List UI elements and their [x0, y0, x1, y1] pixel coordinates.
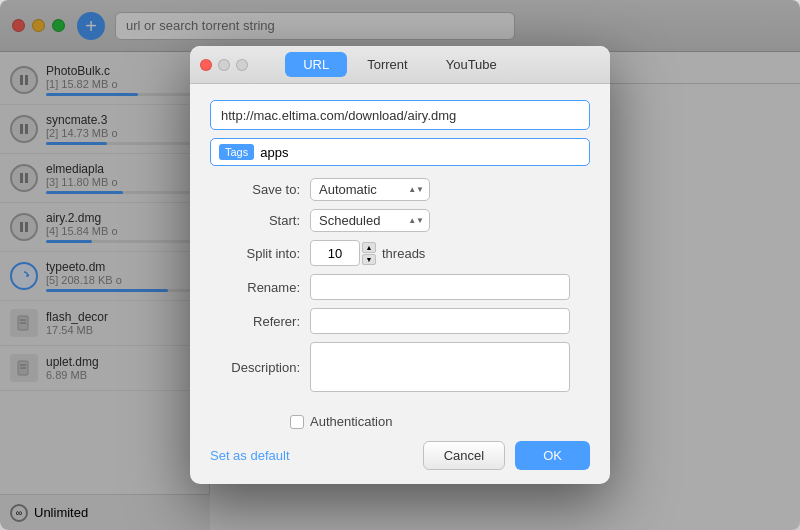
tags-input-row: Tags [210, 138, 590, 166]
start-label: Start: [210, 213, 300, 228]
auth-row: Authentication [290, 414, 610, 429]
tab-torrent[interactable]: Torrent [349, 52, 425, 77]
modal-dialog: URL Torrent YouTube Tags Save to: [190, 46, 610, 484]
footer-buttons: Cancel OK [423, 441, 590, 470]
auth-label: Authentication [310, 414, 392, 429]
auth-checkbox[interactable] [290, 415, 304, 429]
split-label: Split into: [210, 246, 300, 261]
modal-body: Tags Save to: Automatic Desktop Download… [190, 84, 610, 414]
save-to-row: Save to: Automatic Desktop Downloads ▲▼ [210, 178, 590, 201]
tags-badge: Tags [219, 144, 254, 160]
cancel-button[interactable]: Cancel [423, 441, 505, 470]
description-input[interactable] [310, 342, 570, 392]
stepper-down-button[interactable]: ▼ [362, 254, 376, 265]
start-row: Start: Scheduled Immediately Manually ▲▼ [210, 209, 590, 232]
referer-label: Referer: [210, 314, 300, 329]
threads-stepper: ▲ ▼ [362, 242, 376, 265]
tab-url[interactable]: URL [285, 52, 347, 77]
modal-overlay: URL Torrent YouTube Tags Save to: [0, 0, 800, 530]
rename-input[interactable] [310, 274, 570, 300]
save-to-select-wrapper: Automatic Desktop Downloads ▲▼ [310, 178, 430, 201]
modal-close-button[interactable] [200, 59, 212, 71]
save-to-label: Save to: [210, 182, 300, 197]
referer-row: Referer: [210, 308, 590, 334]
modal-traffic-lights [200, 59, 248, 71]
split-input[interactable] [310, 240, 360, 266]
description-row: Description: [210, 342, 590, 392]
stepper-up-button[interactable]: ▲ [362, 242, 376, 253]
modal-titlebar: URL Torrent YouTube [190, 46, 610, 84]
modal-maximize-button [236, 59, 248, 71]
split-row: Split into: ▲ ▼ threads [210, 240, 590, 266]
save-to-select[interactable]: Automatic Desktop Downloads [310, 178, 430, 201]
modal-minimize-button [218, 59, 230, 71]
url-input[interactable] [210, 100, 590, 130]
ok-button[interactable]: OK [515, 441, 590, 470]
threads-label: threads [382, 246, 425, 261]
description-label: Description: [210, 360, 300, 375]
rename-row: Rename: [210, 274, 590, 300]
tags-text-input[interactable] [260, 145, 581, 160]
tab-youtube[interactable]: YouTube [428, 52, 515, 77]
set-default-link[interactable]: Set as default [210, 448, 290, 463]
modal-footer: Set as default Cancel OK [190, 441, 610, 484]
rename-label: Rename: [210, 280, 300, 295]
modal-tabs: URL Torrent YouTube [285, 52, 515, 77]
app-window: + PhotoBulk.c [1] 15.82 MB o [0, 0, 800, 530]
start-select[interactable]: Scheduled Immediately Manually [310, 209, 430, 232]
start-select-wrapper: Scheduled Immediately Manually ▲▼ [310, 209, 430, 232]
referer-input[interactable] [310, 308, 570, 334]
